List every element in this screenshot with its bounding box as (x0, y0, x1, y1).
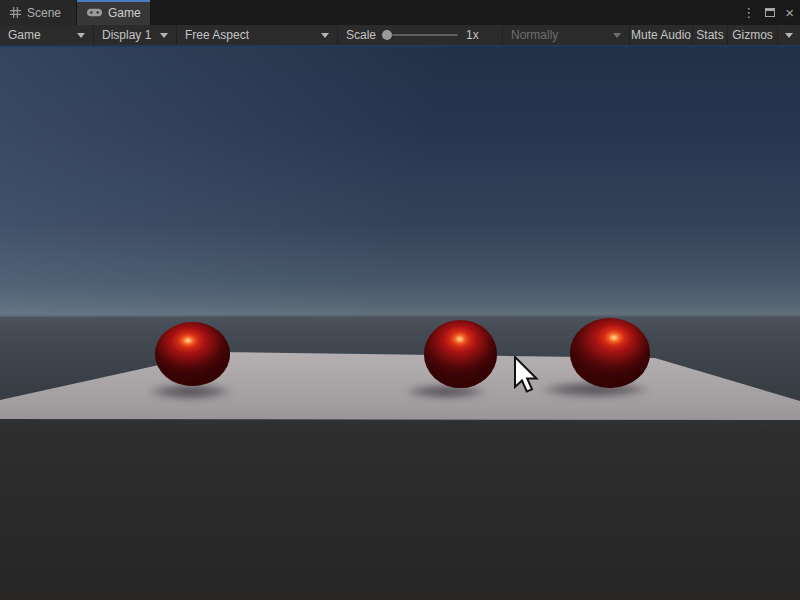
unity-game-panel: Scene Game ⋮ × Game Display 1 (0, 0, 800, 600)
display-label: Display 1 (102, 28, 151, 42)
chevron-down-icon (321, 33, 329, 38)
view-mode-label: Game (8, 28, 41, 42)
gamepad-icon (87, 8, 102, 17)
tab-game-label: Game (108, 6, 141, 20)
mouse-cursor (513, 356, 539, 400)
mute-audio-button[interactable]: Mute Audio (629, 25, 692, 45)
red-sphere-left (155, 322, 230, 386)
tab-scene-label: Scene (27, 6, 61, 20)
chevron-down-icon (160, 33, 168, 38)
gizmos-button[interactable]: Gizmos (727, 25, 777, 45)
tab-game[interactable]: Game (77, 0, 150, 25)
chevron-down-icon (785, 33, 793, 38)
window-controls: ⋮ × (742, 0, 794, 25)
tab-scene[interactable]: Scene (0, 0, 77, 25)
play-focus-label: Normally (511, 28, 558, 42)
scale-slider-knob[interactable] (382, 30, 392, 40)
skybox-light-sheen (0, 47, 800, 317)
scale-slider-track[interactable] (392, 34, 458, 36)
play-focus-dropdown[interactable]: Normally (502, 25, 629, 45)
stats-label: Stats (696, 28, 723, 42)
gizmos-label: Gizmos (732, 28, 773, 42)
red-sphere-middle (424, 320, 497, 388)
mute-audio-label: Mute Audio (631, 28, 691, 42)
sphere-shadow (405, 384, 487, 399)
gizmos-dropdown-button[interactable] (777, 25, 800, 45)
maximize-icon[interactable] (765, 8, 775, 17)
game-render-viewport[interactable] (0, 47, 800, 600)
grid-icon (10, 7, 21, 18)
aspect-ratio-dropdown[interactable]: Free Aspect (176, 25, 337, 45)
red-sphere-right (570, 318, 650, 388)
scale-slider[interactable] (382, 25, 460, 45)
display-dropdown[interactable]: Display 1 (93, 25, 176, 45)
tab-bar: Scene Game ⋮ × (0, 0, 800, 25)
close-icon[interactable]: × (785, 5, 794, 20)
view-mode-dropdown[interactable]: Game (0, 25, 93, 45)
chevron-down-icon (613, 33, 621, 38)
kebab-menu-icon[interactable]: ⋮ (742, 6, 755, 19)
stats-button[interactable]: Stats (692, 25, 727, 45)
scale-label: Scale (346, 28, 376, 42)
aspect-ratio-label: Free Aspect (185, 28, 249, 42)
game-view-toolbar: Game Display 1 Free Aspect Scale 1x Norm… (0, 25, 800, 45)
scale-control: Scale 1x (337, 25, 502, 45)
chevron-down-icon (77, 33, 85, 38)
scale-value: 1x (466, 28, 479, 42)
